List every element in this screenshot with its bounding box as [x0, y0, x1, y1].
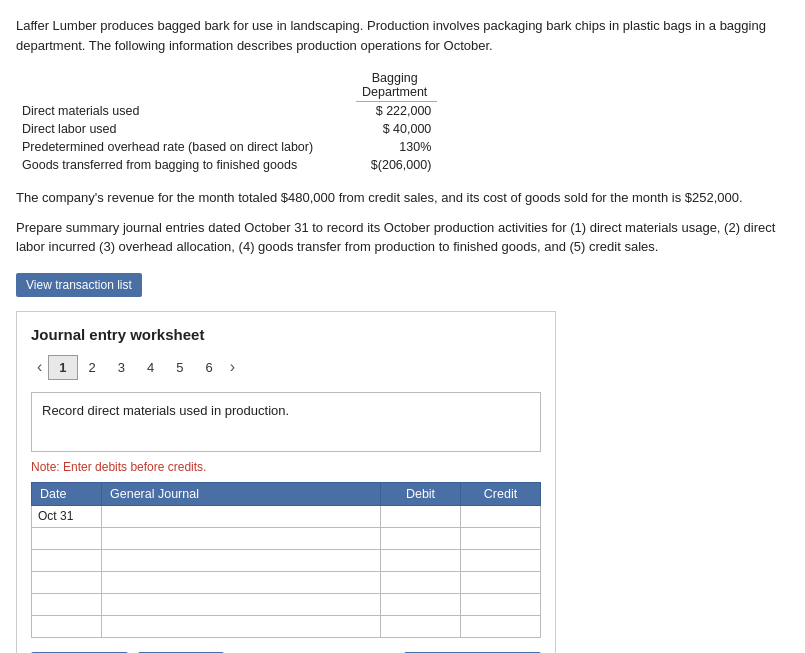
date-cell	[32, 527, 102, 549]
tab-1[interactable]: 1	[48, 355, 77, 380]
debit-cell[interactable]	[381, 571, 461, 593]
table-value-cell: $ 222,000	[356, 102, 437, 121]
general-journal-cell[interactable]	[102, 615, 381, 637]
date-header: Date	[32, 482, 102, 505]
date-cell	[32, 615, 102, 637]
journal-row	[32, 527, 541, 549]
journal-worksheet: Journal entry worksheet ‹ 123456 › Recor…	[16, 311, 556, 654]
debit-input[interactable]	[387, 531, 454, 545]
debit-input[interactable]	[387, 509, 454, 523]
credit-cell[interactable]	[461, 571, 541, 593]
tab-4[interactable]: 4	[136, 355, 165, 380]
general-journal-input[interactable]	[108, 575, 374, 589]
credit-input[interactable]	[467, 553, 534, 567]
credit-cell[interactable]	[461, 615, 541, 637]
journal-row	[32, 549, 541, 571]
data-table-section: BaggingDepartment Direct materials used$…	[16, 69, 789, 174]
table-value-cell: $ 40,000	[356, 120, 437, 138]
debit-cell[interactable]	[381, 527, 461, 549]
tab-5[interactable]: 5	[165, 355, 194, 380]
debit-cell[interactable]	[381, 615, 461, 637]
debit-input[interactable]	[387, 553, 454, 567]
debit-input[interactable]	[387, 597, 454, 611]
tab-6[interactable]: 6	[195, 355, 224, 380]
entry-note: Note: Enter debits before credits.	[31, 460, 541, 474]
date-cell	[32, 549, 102, 571]
prepare-paragraph: Prepare summary journal entries dated Oc…	[16, 218, 789, 257]
general-journal-input[interactable]	[108, 531, 374, 545]
tab-prev-arrow[interactable]: ‹	[31, 356, 48, 378]
debit-input[interactable]	[387, 619, 454, 633]
general-journal-cell[interactable]	[102, 571, 381, 593]
journal-row	[32, 571, 541, 593]
general-journal-cell[interactable]	[102, 505, 381, 527]
production-data-table: BaggingDepartment Direct materials used$…	[16, 69, 437, 174]
general-journal-cell[interactable]	[102, 593, 381, 615]
general-journal-cell[interactable]	[102, 527, 381, 549]
debit-cell[interactable]	[381, 505, 461, 527]
debit-cell[interactable]	[381, 593, 461, 615]
table-label-cell: Direct materials used	[16, 102, 356, 121]
bagging-dept-header: BaggingDepartment	[356, 69, 437, 102]
table-label-cell: Direct labor used	[16, 120, 356, 138]
debit-header: Debit	[381, 482, 461, 505]
credit-cell[interactable]	[461, 593, 541, 615]
journal-row	[32, 593, 541, 615]
revenue-paragraph: The company's revenue for the month tota…	[16, 188, 789, 208]
entry-description: Record direct materials used in producti…	[31, 392, 541, 452]
table-value-cell: 130%	[356, 138, 437, 156]
journal-entry-table: Date General Journal Debit Credit Oct 31	[31, 482, 541, 638]
date-cell	[32, 593, 102, 615]
credit-input[interactable]	[467, 531, 534, 545]
general-journal-header: General Journal	[102, 482, 381, 505]
general-journal-input[interactable]	[108, 553, 374, 567]
general-journal-input[interactable]	[108, 619, 374, 633]
general-journal-cell[interactable]	[102, 549, 381, 571]
view-transaction-button[interactable]: View transaction list	[16, 273, 142, 297]
date-cell: Oct 31	[32, 505, 102, 527]
credit-input[interactable]	[467, 575, 534, 589]
general-journal-input[interactable]	[108, 509, 374, 523]
credit-input[interactable]	[467, 619, 534, 633]
table-value-cell: $(206,000)	[356, 156, 437, 174]
tab-3[interactable]: 3	[107, 355, 136, 380]
tab-navigation: ‹ 123456 ›	[31, 355, 541, 380]
credit-cell[interactable]	[461, 549, 541, 571]
credit-cell[interactable]	[461, 527, 541, 549]
worksheet-title: Journal entry worksheet	[31, 326, 541, 343]
debit-cell[interactable]	[381, 549, 461, 571]
debit-input[interactable]	[387, 575, 454, 589]
tab-2[interactable]: 2	[78, 355, 107, 380]
table-label-cell: Goods transferred from bagging to finish…	[16, 156, 356, 174]
credit-cell[interactable]	[461, 505, 541, 527]
credit-header: Credit	[461, 482, 541, 505]
general-journal-input[interactable]	[108, 597, 374, 611]
intro-paragraph: Laffer Lumber produces bagged bark for u…	[16, 16, 789, 55]
journal-row	[32, 615, 541, 637]
credit-input[interactable]	[467, 509, 534, 523]
table-label-cell: Predetermined overhead rate (based on di…	[16, 138, 356, 156]
tab-next-arrow[interactable]: ›	[224, 356, 241, 378]
journal-row: Oct 31	[32, 505, 541, 527]
date-cell	[32, 571, 102, 593]
credit-input[interactable]	[467, 597, 534, 611]
